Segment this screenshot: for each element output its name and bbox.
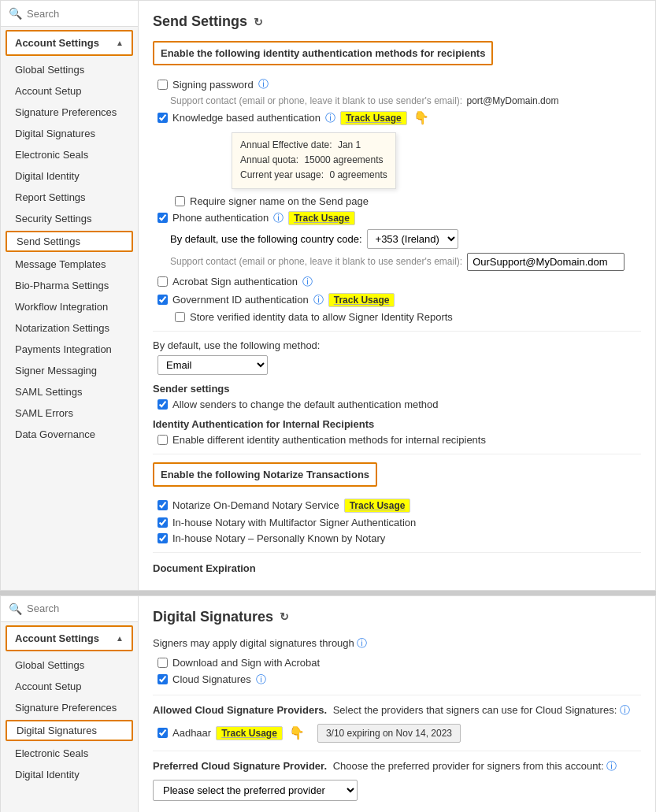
sidebar-item-account-setup[interactable]: Account Setup	[1, 80, 138, 102]
notarize-demand-label: Notarize On-Demand Notary Service	[172, 499, 339, 511]
sidebar-item-security-settings[interactable]: Security Settings	[1, 208, 138, 229]
kba-label: Knowledge based authentication	[172, 112, 321, 124]
phone-auth-label: Phone authentication	[172, 212, 269, 224]
cloud-sig-checkbox[interactable]	[158, 674, 168, 684]
phone-auth-checkbox[interactable]	[158, 213, 168, 223]
gov-id-checkbox[interactable]	[158, 295, 168, 305]
signers-apply-help-icon[interactable]: ⓘ	[357, 637, 367, 649]
download-sign-label: Download and Sign with Acrobat	[172, 657, 320, 669]
allow-senders-row: Allow senders to change the default auth…	[158, 399, 641, 410]
cursor-icon: 👇	[413, 110, 429, 125]
sidebar-item-data-governance[interactable]: Data Governance	[1, 424, 138, 445]
sidebar-item-sig-prefs-b[interactable]: Signature Preferences	[1, 697, 138, 718]
sidebar-item-message-templates[interactable]: Message Templates	[1, 254, 138, 275]
search-input-bottom[interactable]	[27, 603, 130, 614]
notarize-demand-row: Notarize On-Demand Notary Service Track …	[158, 499, 641, 513]
gov-id-row: Government ID authentication ⓘ Track Usa…	[158, 293, 641, 307]
acrobat-sign-checkbox[interactable]	[158, 276, 168, 287]
refresh-icon[interactable]: ↻	[254, 16, 263, 28]
notarize-demand-checkbox[interactable]	[158, 500, 168, 510]
sidebar-item-workflow-integration[interactable]: Workflow Integration	[1, 296, 138, 317]
preferred-provider-section: Preferred Cloud Signature Provider. Choo…	[153, 759, 641, 773]
support-contact2-row: Support contact (email or phone, leave i…	[170, 253, 641, 271]
preferred-provider-select[interactable]: Please select the preferred provider	[153, 780, 358, 801]
main-send-settings: Send Settings ↻ Enable the following ide…	[139, 1, 655, 590]
gov-id-help-icon[interactable]: ⓘ	[313, 293, 324, 307]
section-notarize: Enable the following Notarize Transactio…	[153, 462, 377, 487]
gov-id-label: Government ID authentication	[172, 294, 309, 306]
cloud-sig-help-icon[interactable]: ⓘ	[256, 673, 266, 687]
tooltip-annual-quota: Annual quota: 15000 agreements	[240, 153, 387, 168]
sidebar-item-account-setup-b[interactable]: Account Setup	[1, 676, 138, 697]
support-contact2-input[interactable]	[467, 253, 624, 271]
chevron-up-icon: ▲	[116, 39, 124, 47]
sidebar-item-saml-errors[interactable]: SAML Errors	[1, 402, 138, 424]
sidebar-item-electronic-seals[interactable]: Electronic Seals	[1, 144, 138, 165]
sidebar-item-digital-identity-b[interactable]: Digital Identity	[1, 764, 138, 785]
allowed-providers-help-icon[interactable]: ⓘ	[620, 704, 630, 716]
store-verified-label: Store verified identity data to allow Si…	[190, 311, 453, 323]
allowed-providers-bold: Allowed Cloud Signature Providers.	[153, 704, 327, 716]
enable-internal-row: Enable different identity authentication…	[158, 434, 641, 446]
enable-internal-checkbox[interactable]	[158, 435, 168, 445]
sidebar-item-report-settings[interactable]: Report Settings	[1, 187, 138, 208]
default-method-label-text: By default, use the following method:	[153, 339, 641, 351]
sidebar-item-digital-sigs-b[interactable]: Digital Signatures	[6, 720, 133, 741]
sidebar-item-bio-pharma[interactable]: Bio-Pharma Settings	[1, 275, 138, 296]
inhouse-multi-row: In-house Notary with Multifactor Signer …	[158, 517, 641, 528]
phone-track-usage-btn[interactable]: Track Usage	[288, 211, 355, 225]
store-verified-checkbox[interactable]	[175, 312, 185, 322]
nav-group-top: Account Settings ▲ Global Settings Accou…	[1, 30, 138, 445]
allow-senders-checkbox[interactable]	[158, 399, 168, 410]
aadhaar-row: Aadhaar Track Usage 👇 3/10 expiring on N…	[158, 724, 641, 743]
sidebar-digital-signatures: 🔍 Account Settings ▲ Global Settings Acc…	[1, 596, 139, 812]
sidebar-item-signer-messaging[interactable]: Signer Messaging	[1, 360, 138, 381]
account-settings-header[interactable]: Account Settings ▲	[6, 30, 133, 56]
acrobat-sign-help-icon[interactable]: ⓘ	[302, 275, 313, 289]
doc-expiration-label: Document Expiration	[153, 562, 641, 574]
panel-send-settings: 🔍 Account Settings ▲ Global Settings Acc…	[0, 0, 656, 591]
section-identity-auth: Enable the following identity authentica…	[153, 41, 493, 65]
sidebar-item-electronic-seals-b[interactable]: Electronic Seals	[1, 743, 138, 764]
country-code-row: By default, use the following country co…	[170, 229, 641, 249]
sidebar-item-saml-settings[interactable]: SAML Settings	[1, 381, 138, 402]
search-bar-bottom[interactable]: 🔍	[1, 596, 138, 622]
aadhaar-checkbox[interactable]	[158, 728, 168, 738]
cursor-icon-ds: 👇	[289, 725, 305, 740]
refresh-icon-ds[interactable]: ↻	[280, 610, 289, 623]
sidebar-item-signature-preferences[interactable]: Signature Preferences	[1, 102, 138, 123]
account-settings-label: Account Settings	[15, 37, 99, 49]
sidebar-item-payments-integration[interactable]: Payments Integration	[1, 339, 138, 360]
sidebar-item-global-settings[interactable]: Global Settings	[1, 59, 138, 80]
inhouse-personal-checkbox[interactable]	[158, 533, 168, 543]
country-code-select[interactable]: +353 (Ireland)	[367, 229, 458, 249]
sidebar-item-notarization-settings[interactable]: Notarization Settings	[1, 317, 138, 339]
require-signer-label: Require signer name on the Send page	[190, 195, 369, 207]
search-bar-top[interactable]: 🔍	[1, 1, 138, 27]
aadhaar-label: Aadhaar	[172, 727, 211, 739]
kba-track-usage-btn[interactable]: Track Usage	[340, 111, 407, 125]
phone-auth-help-icon[interactable]: ⓘ	[273, 211, 284, 225]
search-input-top[interactable]	[27, 8, 130, 20]
account-settings-header-bottom[interactable]: Account Settings ▲	[6, 625, 133, 651]
kba-help-icon[interactable]: ⓘ	[325, 111, 335, 125]
sidebar-item-send-settings[interactable]: Send Settings	[6, 231, 133, 252]
kba-checkbox[interactable]	[158, 113, 168, 123]
sidebar-item-digital-identity[interactable]: Digital Identity	[1, 165, 138, 187]
sidebar-item-global-settings-b[interactable]: Global Settings	[1, 654, 138, 676]
notarize-track-usage-btn[interactable]: Track Usage	[344, 499, 411, 513]
inhouse-multi-checkbox[interactable]	[158, 517, 168, 528]
require-signer-row: Require signer name on the Send page	[175, 195, 641, 207]
default-method-select[interactable]: Email	[158, 355, 268, 375]
signing-password-help-icon[interactable]: ⓘ	[258, 77, 269, 91]
search-icon: 🔍	[9, 7, 22, 20]
require-signer-checkbox[interactable]	[175, 196, 185, 206]
aadhaar-tooltip: 3/10 expiring on Nov 14, 2023	[317, 724, 461, 743]
sidebar-item-digital-signatures[interactable]: Digital Signatures	[1, 123, 138, 144]
gov-id-track-usage-btn[interactable]: Track Usage	[328, 293, 395, 307]
download-sign-checkbox[interactable]	[158, 658, 168, 668]
aadhaar-track-usage-btn[interactable]: Track Usage	[216, 726, 283, 740]
nav-group-bottom: Account Settings ▲ Global Settings Accou…	[1, 625, 138, 785]
preferred-provider-help-icon[interactable]: ⓘ	[606, 760, 617, 772]
signing-password-checkbox[interactable]	[158, 80, 168, 90]
